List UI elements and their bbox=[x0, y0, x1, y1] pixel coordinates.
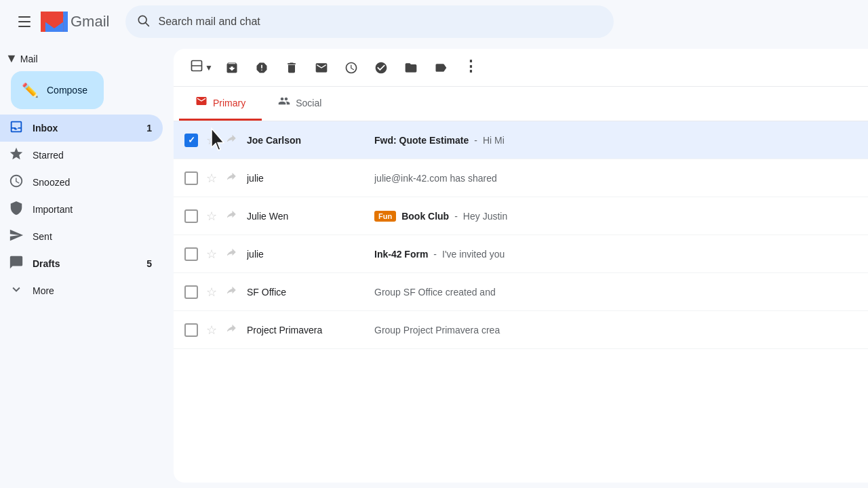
email-preview: Group SF Office created and bbox=[374, 287, 496, 298]
sidebar: ▼ Mail ✏️ Compose Inbox 1 bbox=[0, 43, 174, 488]
mail-section-label: Mail bbox=[20, 54, 38, 64]
search-bar[interactable]: Search mail and chat bbox=[125, 5, 614, 38]
logo-area: Gmail bbox=[41, 8, 109, 35]
email-subject-preview: Ink-42 Form - I've invited you bbox=[374, 249, 857, 260]
content-area: ▼ bbox=[174, 49, 868, 483]
svg-rect-2 bbox=[63, 12, 68, 32]
snoozed-label: Snoozed bbox=[33, 177, 152, 188]
sidebar-item-sent[interactable]: Sent bbox=[0, 223, 163, 250]
email-checkbox[interactable] bbox=[184, 171, 198, 185]
tab-social[interactable]: Social bbox=[262, 87, 338, 121]
email-sender: Joe Carlson bbox=[247, 135, 369, 146]
email-subject-preview: Fwd: Quote Estimate - Hi Mi bbox=[374, 135, 857, 146]
email-sender: SF Office bbox=[247, 287, 369, 298]
header: Gmail Search mail and chat bbox=[0, 0, 868, 43]
select-checkbox-icon bbox=[190, 59, 203, 76]
star-button[interactable]: ☆ bbox=[203, 209, 220, 224]
select-button[interactable]: ▼ bbox=[184, 54, 216, 81]
tab-primary[interactable]: Primary bbox=[179, 87, 262, 121]
star-button[interactable]: ☆ bbox=[203, 133, 220, 148]
expand-more-icon bbox=[8, 282, 24, 300]
nav-list: Inbox 1 Starred Snoozed bbox=[0, 115, 174, 304]
move-to-button[interactable] bbox=[397, 54, 425, 81]
send-icon bbox=[8, 228, 24, 246]
email-row[interactable]: ☆ julie julie@ink-42.com has shared bbox=[174, 159, 868, 197]
forward-button[interactable] bbox=[225, 208, 241, 224]
toolbar: ▼ bbox=[174, 49, 868, 87]
snooze-button[interactable] bbox=[338, 54, 365, 81]
email-preview: Group Project Primavera crea bbox=[374, 325, 500, 336]
star-button[interactable]: ☆ bbox=[203, 171, 220, 186]
star-button[interactable]: ☆ bbox=[203, 247, 220, 262]
email-sender: Julie Wen bbox=[247, 211, 369, 222]
email-checkbox[interactable] bbox=[184, 247, 198, 261]
hamburger-icon bbox=[18, 16, 31, 27]
forward-button[interactable] bbox=[225, 322, 241, 338]
email-checkbox[interactable] bbox=[184, 209, 198, 223]
more-options-button[interactable]: ⋮ bbox=[457, 54, 484, 81]
gmail-wordmark: Gmail bbox=[71, 13, 109, 30]
select-dropdown-icon[interactable]: ▼ bbox=[205, 63, 213, 73]
delete-button[interactable] bbox=[278, 54, 305, 81]
search-placeholder-text: Search mail and chat bbox=[158, 16, 260, 28]
inbox-icon bbox=[8, 119, 24, 138]
sidebar-item-more[interactable]: More bbox=[0, 277, 163, 304]
email-row[interactable]: ☆ Joe Carlson Fwd: Quote Estimate - Hi M… bbox=[174, 121, 868, 159]
email-subject-preview: Fun Book Club - Hey Justin bbox=[374, 211, 857, 222]
fun-badge: Fun bbox=[374, 211, 396, 222]
compose-button[interactable]: ✏️ Compose bbox=[11, 71, 104, 109]
email-row[interactable]: ☆ Project Primavera Group Project Primav… bbox=[174, 311, 868, 349]
forward-button[interactable] bbox=[225, 246, 241, 262]
social-tab-icon bbox=[278, 95, 290, 110]
email-row[interactable]: ☆ SF Office Group SF Office created and bbox=[174, 273, 868, 311]
drafts-badge: 5 bbox=[146, 258, 152, 269]
inbox-badge: 1 bbox=[146, 123, 152, 134]
forward-button[interactable] bbox=[225, 284, 241, 300]
archive-button[interactable] bbox=[218, 54, 245, 81]
email-subject-preview: julie@ink-42.com has shared bbox=[374, 173, 857, 184]
compose-label: Compose bbox=[47, 85, 87, 96]
main-layout: ▼ Mail ✏️ Compose Inbox 1 bbox=[0, 43, 868, 488]
email-subject: Book Club bbox=[401, 211, 449, 222]
email-row[interactable]: ☆ julie Ink-42 Form - I've invited you bbox=[174, 235, 868, 273]
social-tab-label: Social bbox=[296, 98, 321, 108]
svg-rect-1 bbox=[41, 12, 45, 32]
email-checkbox[interactable] bbox=[184, 134, 198, 147]
primary-tab-label: Primary bbox=[213, 98, 245, 108]
sidebar-item-inbox[interactable]: Inbox 1 bbox=[0, 115, 163, 142]
star-button[interactable]: ☆ bbox=[203, 285, 220, 300]
star-button[interactable]: ☆ bbox=[203, 323, 220, 338]
email-preview: Hi Mi bbox=[483, 135, 505, 146]
menu-button[interactable] bbox=[11, 8, 38, 35]
add-tasks-button[interactable] bbox=[368, 54, 395, 81]
sidebar-item-drafts[interactable]: Drafts 5 bbox=[0, 250, 163, 277]
drafts-icon bbox=[8, 255, 24, 273]
email-row[interactable]: ☆ Julie Wen Fun Book Club - Hey Justin bbox=[174, 197, 868, 235]
starred-label: Starred bbox=[33, 150, 152, 161]
email-subject-preview: Group SF Office created and bbox=[374, 287, 857, 298]
sidebar-item-important[interactable]: Important bbox=[0, 196, 163, 223]
forward-button[interactable] bbox=[225, 132, 241, 148]
important-label: Important bbox=[33, 204, 152, 215]
sidebar-item-snoozed[interactable]: Snoozed bbox=[0, 169, 163, 196]
label-button[interactable] bbox=[427, 54, 454, 81]
email-checkbox[interactable] bbox=[184, 285, 198, 299]
sidebar-item-starred[interactable]: Starred bbox=[0, 142, 163, 169]
forward-button[interactable] bbox=[225, 170, 241, 186]
email-sender: julie bbox=[247, 249, 369, 260]
tabs-bar: Primary Social bbox=[174, 87, 868, 121]
snooze-icon bbox=[8, 174, 24, 192]
sent-label: Sent bbox=[33, 231, 152, 242]
mail-section-header: ▼ Mail bbox=[0, 49, 174, 71]
compose-pencil-icon: ✏️ bbox=[22, 82, 39, 98]
email-checkbox[interactable] bbox=[184, 323, 198, 337]
email-preview: julie@ink-42.com has shared bbox=[374, 173, 497, 184]
email-subject-preview: Group Project Primavera crea bbox=[374, 325, 857, 336]
spam-button[interactable] bbox=[248, 54, 275, 81]
email-sender: julie bbox=[247, 173, 369, 184]
email-subject: Ink-42 Form bbox=[374, 249, 428, 260]
mark-read-button[interactable] bbox=[308, 54, 335, 81]
important-icon bbox=[8, 201, 24, 219]
drafts-label: Drafts bbox=[33, 258, 138, 269]
mail-chevron-icon[interactable]: ▼ bbox=[5, 52, 18, 66]
